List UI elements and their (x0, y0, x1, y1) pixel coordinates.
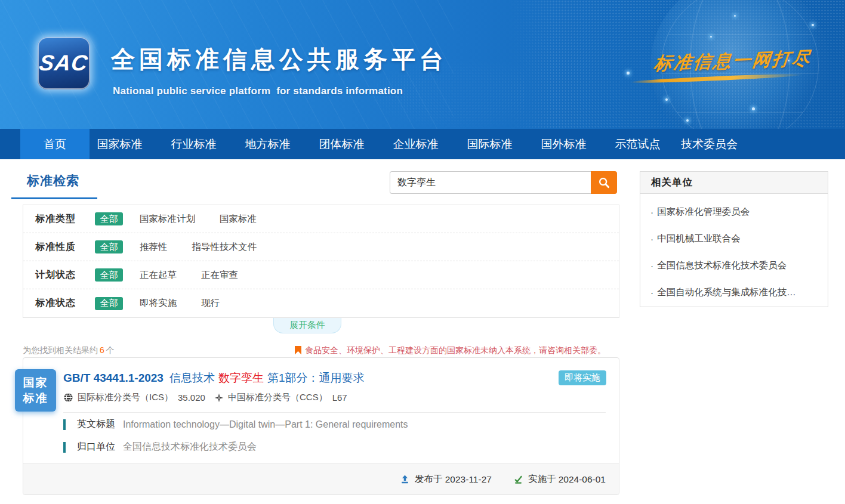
filter-option[interactable]: 正在起草 (140, 269, 177, 282)
card-divider (63, 412, 606, 413)
implement-label: 实施于 (528, 473, 556, 486)
result-count: 为您找到相关结果约6个 (23, 345, 115, 355)
standard-code[interactable]: GB/T 43441.1-2023 (63, 372, 164, 384)
type-badge-line1: 国家 (23, 375, 48, 391)
filter-option[interactable]: 现行 (201, 297, 220, 310)
section-title-underline (11, 197, 97, 199)
standard-title-keyword[interactable]: 数字孪生 (218, 372, 264, 384)
compass-icon (214, 393, 224, 403)
nav-item-industry-standards[interactable]: 行业标准 (170, 129, 217, 159)
result-summary-line: 为您找到相关结果约6个 食品安全、环境保护、工程建设方面的国家标准未纳入本系统，… (23, 345, 619, 357)
ics-label: 国际标准分类号（ICS） (78, 392, 173, 403)
ics-value: 35.020 (178, 392, 205, 403)
nav-item-enterprise-standards[interactable]: 企业标准 (392, 129, 439, 159)
english-title-label: 英文标题 (77, 418, 115, 431)
search-icon (597, 176, 610, 189)
nav-item-technical-committee[interactable]: 技术委员会 (680, 129, 739, 159)
implement-icon (513, 474, 523, 484)
implement-date: 2024-06-01 (559, 474, 606, 485)
result-count-prefix: 为您找到相关结果约 (23, 345, 98, 355)
standard-title[interactable]: GB/T 43441.1-2023信息技术数字孪生第1部分：通用要求 (63, 370, 365, 386)
nav-item-international-standards[interactable]: 国际标准 (466, 129, 513, 159)
ccs-group: 中国标准分类号（CCS） L67 (214, 392, 347, 403)
english-title-value: Information technology—Digital twin—Part… (123, 419, 408, 430)
nav-item-national-standards[interactable]: 国家标准 (96, 129, 143, 159)
filter-all-button[interactable]: 全部 (95, 212, 123, 225)
expand-conditions-button[interactable]: 展开条件 (273, 318, 341, 333)
search-input[interactable] (390, 171, 591, 194)
filter-all-button[interactable]: 全部 (95, 268, 123, 282)
filter-row-standard-nature: 标准性质 全部 推荐性 指导性技术文件 (23, 233, 619, 261)
notice: 食品安全、环境保护、工程建设方面的国家标准未纳入本系统，请咨询相关部委。 (295, 345, 606, 355)
filter-all-button[interactable]: 全部 (95, 297, 123, 310)
filter-panel: 标准类型 全部 国家标准计划 国家标准 标准性质 全部 推荐性 指导性技术文件 … (23, 205, 619, 318)
committee-row: 归口单位 全国信息技术标准化技术委员会 (63, 441, 257, 453)
classification-row: 国际标准分类号（ICS） 35.020 中国标准分类号（CCS） L67 (63, 392, 606, 405)
filter-label: 计划状态 (35, 269, 95, 282)
committee-value: 全国信息技术标准化技术委员会 (123, 441, 257, 453)
ics-group: 国际标准分类号（ICS） 35.020 (63, 392, 205, 403)
sac-logo-text: SAC (38, 51, 90, 76)
publish-icon (400, 474, 410, 484)
nav-item-pilot[interactable]: 示范试点 (614, 129, 661, 159)
filter-option[interactable]: 国家标准计划 (140, 213, 195, 225)
related-unit-item[interactable]: 全国信息技术标准化技术委员会 (650, 252, 819, 279)
publish-label: 发布于 (415, 473, 443, 486)
filter-label: 标准状态 (35, 297, 95, 310)
nav-item-group-standards[interactable]: 团体标准 (318, 129, 365, 159)
filter-row-standard-type: 标准类型 全部 国家标准计划 国家标准 (23, 205, 619, 233)
site-title-chinese: 全国标准信息公共服务平台 (111, 43, 448, 76)
related-units-list: 国家标准化管理委员会 中国机械工业联合会 全国信息技术标准化技术委员会 全国自动… (640, 194, 828, 306)
related-unit-item[interactable]: 全国自动化系统与集成标准化技… (650, 279, 819, 306)
card-footer: 发布于 2023-11-27 实施于 2024-06-01 (23, 463, 619, 494)
type-badge-line2: 标准 (23, 391, 48, 406)
ccs-value: L67 (332, 392, 347, 403)
filter-option[interactable]: 国家标准 (220, 213, 257, 225)
nav-item-foreign-standards[interactable]: 国外标准 (540, 129, 587, 159)
related-units-title: 相关单位 (640, 172, 828, 194)
result-card: 国家 标准 GB/T 43441.1-2023信息技术数字孪生第1部分：通用要求… (23, 357, 619, 495)
site-header: SAC 全国标准信息公共服务平台 National public service… (0, 0, 845, 129)
filter-label: 标准性质 (35, 241, 95, 253)
result-count-suffix: 个 (106, 345, 115, 355)
main-nav: 首页 国家标准 行业标准 地方标准 团体标准 企业标准 国际标准 国外标准 示范… (0, 129, 845, 159)
sac-logo[interactable]: SAC (38, 37, 90, 89)
filter-option[interactable]: 即将实施 (140, 297, 177, 310)
ccs-label: 中国标准分类号（CCS） (228, 392, 328, 403)
committee-label: 归口单位 (77, 441, 115, 453)
status-badge: 即将实施 (559, 370, 606, 385)
related-unit-item[interactable]: 国家标准化管理委员会 (650, 199, 819, 225)
globe-icon (63, 392, 73, 403)
filter-label: 标准类型 (35, 213, 95, 225)
related-unit-item[interactable]: 中国机械工业联合会 (650, 225, 819, 252)
notice-text: 食品安全、环境保护、工程建设方面的国家标准未纳入本系统，请咨询相关部委。 (305, 345, 606, 355)
english-title-row: 英文标题 Information technology—Digital twin… (63, 418, 408, 431)
nav-item-home[interactable]: 首页 (20, 129, 90, 159)
publish-date: 2023-11-27 (445, 474, 492, 485)
filter-option[interactable]: 正在审查 (201, 269, 238, 282)
related-units-panel: 相关单位 国家标准化管理委员会 中国机械工业联合会 全国信息技术标准化技术委员会… (640, 171, 828, 307)
filter-option[interactable]: 推荐性 (140, 241, 168, 253)
bookmark-icon (295, 346, 301, 355)
search-box (390, 171, 617, 194)
teal-bar (63, 419, 66, 430)
standard-type-badge: 国家 标准 (15, 369, 56, 412)
site-title-english: National public service platform for sta… (113, 85, 403, 97)
result-count-number: 6 (100, 345, 104, 355)
search-button[interactable] (591, 171, 617, 194)
standard-title-part1[interactable]: 信息技术 (169, 372, 215, 384)
nav-item-local-standards[interactable]: 地方标准 (244, 129, 291, 159)
teal-bar (63, 442, 66, 453)
filter-all-button[interactable]: 全部 (95, 240, 123, 253)
standard-title-part2[interactable]: 第1部分：通用要求 (267, 372, 365, 384)
filter-option[interactable]: 指导性技术文件 (192, 241, 257, 253)
filter-row-standard-status: 标准状态 全部 即将实施 现行 (23, 289, 619, 317)
section-title-standard-search: 标准检索 (27, 172, 79, 189)
filter-row-plan-status: 计划状态 全部 正在起草 正在审查 (23, 261, 619, 289)
